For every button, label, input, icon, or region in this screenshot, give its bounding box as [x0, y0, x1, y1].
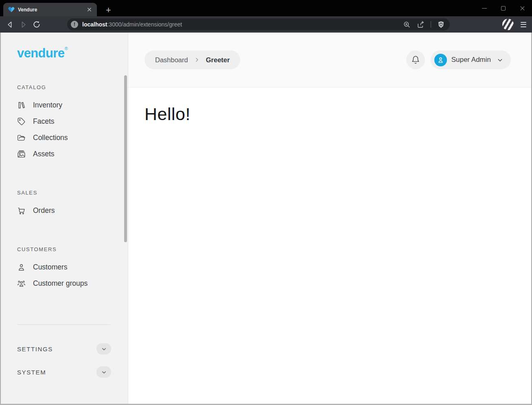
breadcrumb-greeter: Greeter [206, 56, 230, 64]
users-icon [17, 279, 26, 288]
browser-titlebar: Vendure + [0, 0, 532, 16]
chevron-down-icon [101, 369, 107, 375]
system-label: SYSTEM [17, 369, 46, 376]
brave-shield-icon[interactable] [437, 21, 445, 28]
sidebar-item-label: Orders [33, 206, 55, 215]
browser-window: Vendure + ! localhost:3000/admin/extensi… [0, 0, 532, 405]
url-host: localhost [82, 21, 107, 28]
sidebar-item-label: Assets [33, 150, 55, 158]
browser-tab[interactable]: Vendure [3, 3, 97, 16]
back-icon[interactable] [4, 19, 15, 30]
browser-menu-icon[interactable] [521, 22, 526, 27]
folder-open-icon [17, 134, 26, 142]
toolbar-divider [431, 21, 431, 28]
minimize-button[interactable] [475, 0, 494, 16]
registered-mark: ® [64, 46, 68, 51]
sidebar-item-inventory[interactable]: Inventory [17, 97, 128, 113]
tab-close-icon[interactable] [85, 6, 93, 13]
browser-toolbar: ! localhost:3000/admin/extensions/greet [0, 16, 532, 33]
zoom-page-icon[interactable] [403, 21, 411, 28]
chevron-right-icon [194, 57, 200, 63]
address-url: localhost:3000/admin/extensions/greet [82, 21, 182, 28]
cart-icon [17, 206, 26, 215]
sidebar-item-label: Facets [33, 117, 55, 126]
settings-label: SETTINGS [17, 346, 53, 352]
vendure-favicon-icon [8, 7, 15, 13]
sidebar-scrollbar[interactable] [124, 75, 127, 242]
share-icon[interactable] [417, 21, 425, 28]
system-expand-button[interactable] [96, 366, 111, 378]
window-controls [475, 0, 532, 16]
tab-title: Vendure [18, 7, 82, 13]
sidebar-section-settings[interactable]: SETTINGS [17, 342, 128, 356]
breadcrumb-dashboard[interactable]: Dashboard [155, 56, 188, 64]
library-icon [17, 101, 26, 109]
profile-avatar[interactable] [502, 19, 514, 30]
page-content: Hello! [128, 88, 531, 404]
sidebar-item-orders[interactable]: Orders [17, 202, 128, 219]
greeting-heading: Hello! [144, 104, 531, 124]
settings-expand-button[interactable] [96, 343, 111, 355]
page-header: Dashboard Greeter [128, 33, 531, 88]
section-heading-catalog: CATALOG [17, 84, 128, 90]
chevron-down-icon [497, 57, 504, 63]
user-name: Super Admin [451, 56, 491, 64]
forward-icon[interactable] [18, 19, 28, 30]
sidebar-item-label: Customers [33, 263, 68, 271]
user-icon [17, 263, 26, 271]
page-viewport: vendure® CATALOG Inventory Facets [0, 33, 532, 405]
sidebar-section-system[interactable]: SYSTEM [17, 365, 128, 379]
site-info-icon[interactable]: ! [71, 21, 78, 28]
sidebar-item-label: Customer groups [33, 279, 88, 288]
sidebar-item-customer-groups[interactable]: Customer groups [17, 275, 128, 291]
tag-icon [17, 117, 26, 126]
notifications-button[interactable] [406, 50, 425, 69]
bell-icon [411, 55, 420, 64]
sidebar-item-label: Collections [33, 134, 68, 142]
chevron-down-icon [101, 346, 107, 352]
sidebar-item-assets[interactable]: Assets [17, 146, 128, 162]
sidebar-item-facets[interactable]: Facets [17, 113, 128, 129]
section-heading-sales: SALES [17, 190, 128, 196]
user-menu[interactable]: Super Admin [431, 50, 511, 69]
new-tab-button[interactable]: + [106, 6, 111, 15]
reload-icon[interactable] [31, 19, 42, 30]
sidebar-divider [17, 324, 110, 325]
section-heading-customers: CUSTOMERS [17, 246, 128, 252]
user-avatar [434, 54, 447, 66]
sidebar: vendure® CATALOG Inventory Facets [1, 33, 128, 404]
close-button[interactable] [513, 0, 532, 16]
image-icon [17, 150, 26, 158]
sidebar-item-label: Inventory [33, 101, 62, 109]
main-area: Dashboard Greeter [128, 33, 531, 404]
address-bar[interactable]: ! localhost:3000/admin/extensions/greet [67, 18, 450, 31]
sidebar-item-customers[interactable]: Customers [17, 259, 128, 275]
url-path: :3000/admin/extensions/greet [107, 21, 182, 28]
sidebar-item-collections[interactable]: Collections [17, 129, 128, 146]
maximize-button[interactable] [494, 0, 513, 16]
vendure-logo: vendure® [17, 46, 128, 61]
breadcrumb: Dashboard Greeter [144, 50, 240, 69]
